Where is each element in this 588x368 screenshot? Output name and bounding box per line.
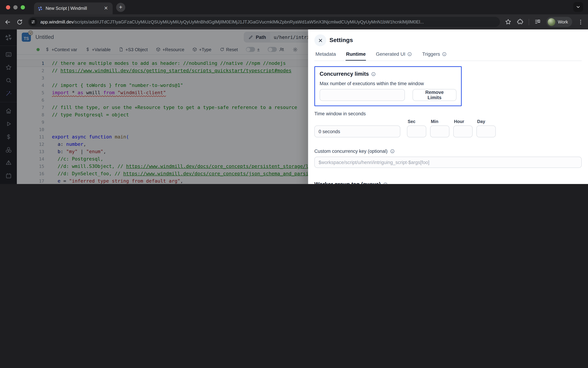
tab-title: New Script | Windmill (46, 6, 103, 11)
custom-key-label: Custom concurrency key (optional) (314, 149, 582, 154)
unit-label: Hour (454, 119, 473, 124)
settings-tabs: MetadataRuntimeGenerated UITriggers (314, 50, 582, 61)
reload-icon[interactable] (16, 18, 23, 25)
windmill-app: TS Untitled Path u/henri/intriguing_scri… (0, 29, 588, 184)
windmill-favicon-icon (38, 6, 43, 11)
tab-label: Generated UI (376, 51, 405, 57)
duration-unit-day: Day (476, 119, 496, 137)
min-input[interactable] (430, 126, 449, 137)
profile-label: Work (558, 19, 568, 24)
site-settings-icon[interactable] (29, 18, 37, 26)
max-executions-label: Max number of executions within the time… (320, 81, 456, 86)
tab-label: Metadata (315, 51, 336, 57)
tab-strip: New Script | Windmill ✕ + (0, 0, 588, 14)
tab-close-icon[interactable]: ✕ (103, 5, 109, 12)
browser-tab[interactable]: New Script | Windmill ✕ (34, 2, 113, 14)
tab-search-button[interactable] (573, 2, 583, 12)
url-path: /scripts/add#JTdCJTIyaGFzaCUyMiUzQSUyMiU… (74, 19, 424, 25)
remove-limits-button[interactable]: Remove Limits (413, 89, 456, 101)
info-icon[interactable] (371, 72, 376, 76)
tab-label: Triggers (422, 51, 440, 57)
time-window-input[interactable] (314, 126, 400, 137)
avatar (548, 18, 555, 26)
tab-runtime[interactable]: Runtime (346, 50, 366, 61)
duration-unit-sec: Sec (407, 119, 426, 137)
browser-navbar: app.windmill.dev/scripts/add#JTdCJTIyaGF… (0, 14, 588, 29)
tab-label: Runtime (346, 51, 366, 57)
window-controls (6, 5, 25, 9)
concurrency-limits-section: Concurrency limits Max number of executi… (314, 66, 462, 106)
url-text: app.windmill.dev/scripts/add#JTdCJTIyaGF… (40, 19, 424, 25)
hour-input[interactable] (453, 126, 473, 137)
back-icon[interactable] (4, 18, 11, 25)
max-executions-input[interactable] (320, 89, 405, 101)
url-host: app.windmill.dev (40, 19, 74, 25)
settings-title: Settings (329, 37, 353, 44)
sec-input[interactable] (407, 126, 426, 137)
navbar-actions: Work (505, 17, 584, 27)
bookmark-star-icon[interactable] (505, 18, 512, 25)
custom-concurrency-key-input[interactable] (314, 157, 582, 168)
extensions-icon[interactable] (517, 18, 523, 25)
minimize-window-button[interactable] (13, 5, 18, 9)
unit-label: Day (477, 119, 496, 124)
day-input[interactable] (476, 126, 496, 137)
browser-profile-button[interactable]: Work (546, 17, 572, 27)
settings-panel: Settings MetadataRuntimeGenerated UITrig… (308, 29, 588, 184)
unit-label: Min (431, 119, 449, 124)
info-icon[interactable] (383, 182, 388, 184)
browser-chrome: New Script | Windmill ✕ + app.windmill.d… (0, 0, 588, 29)
zoom-window-button[interactable] (21, 5, 25, 9)
tab-triggers[interactable]: Triggers (422, 50, 447, 61)
time-window-row: SecMinHourDay (314, 119, 582, 137)
modal-backdrop[interactable] (0, 29, 308, 184)
concurrency-heading: Concurrency limits (320, 71, 456, 77)
time-window-label: Time window in seconds (314, 111, 582, 116)
tab-generated-ui[interactable]: Generated UI (376, 50, 412, 61)
close-settings-button[interactable] (314, 34, 326, 46)
screenshot-root: New Script | Windmill ✕ + app.windmill.d… (0, 0, 588, 184)
tab-metadata[interactable]: Metadata (315, 50, 336, 61)
worker-group-heading: Worker group tag (queue) (314, 181, 582, 184)
browser-menu-icon[interactable] (578, 19, 584, 25)
duration-unit-hour: Hour (453, 119, 473, 137)
info-icon (442, 52, 447, 56)
reading-list-icon[interactable] (534, 18, 541, 25)
new-tab-button[interactable]: + (116, 3, 125, 12)
duration-unit-min: Min (430, 119, 449, 137)
unit-label: Sec (408, 119, 426, 124)
info-icon[interactable] (390, 149, 395, 154)
address-bar[interactable]: app.windmill.dev/scripts/add#JTdCJTIyaGF… (28, 17, 500, 27)
info-icon (408, 52, 412, 56)
navbar-divider (529, 19, 529, 25)
close-window-button[interactable] (6, 5, 10, 9)
